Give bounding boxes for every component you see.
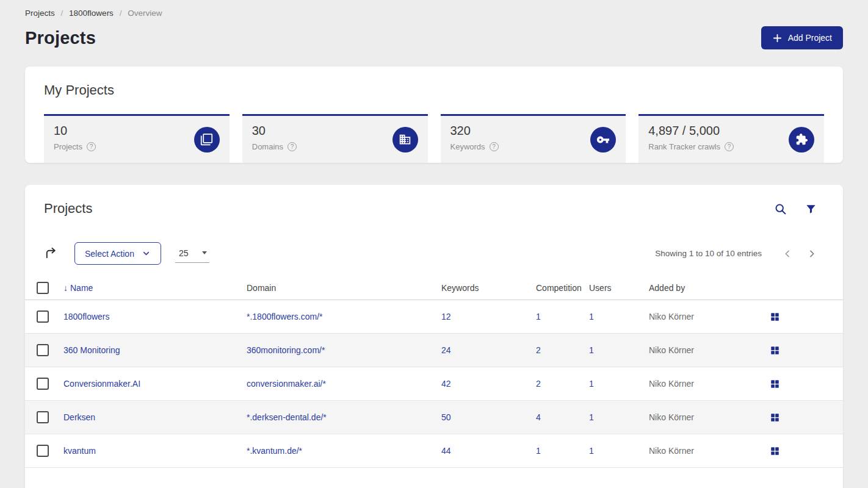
apps-grid-icon[interactable] (770, 447, 779, 456)
projects-table-title: Projects (44, 201, 92, 217)
column-header-users[interactable]: Users (589, 283, 649, 293)
project-domain-link[interactable]: *.derksen-dental.de/* (247, 412, 327, 422)
select-all-checkbox[interactable] (37, 282, 49, 294)
users-count-link[interactable]: 1 (589, 412, 594, 422)
table-row: Derksen *.derksen-dental.de/* 50 4 1 Nik… (25, 401, 843, 434)
projects-card: Projects Select Action 25 (25, 185, 843, 488)
chevron-right-icon[interactable] (800, 245, 824, 262)
project-domain-link[interactable]: conversionmaker.ai/* (247, 379, 326, 389)
keywords-count-link[interactable]: 42 (441, 379, 451, 389)
projects-data-table: Name Domain Keywords Competition Users A… (25, 276, 843, 468)
stat-crawls-label: Rank Tracker crawls (648, 142, 720, 151)
project-name-link[interactable]: 360 Monitoring (63, 345, 120, 355)
project-name-link[interactable]: 1800flowers (63, 312, 110, 321)
table-body: 1800flowers *.1800flowers.com/* 12 1 1 N… (25, 300, 843, 468)
row-checkbox[interactable] (37, 310, 49, 323)
stat-crawls: 4,897 / 5,000 Rank Tracker crawls (638, 114, 824, 163)
table-row: Conversionmaker.AI conversionmaker.ai/* … (25, 367, 843, 401)
page: Projects / 1800flowers / Overview Projec… (0, 0, 868, 488)
competition-count-link[interactable]: 1 (536, 446, 541, 456)
keywords-count-link[interactable]: 24 (441, 345, 451, 355)
caret-down-icon (202, 251, 207, 254)
project-name-link[interactable]: Derksen (63, 412, 95, 422)
keywords-count-link[interactable]: 44 (441, 446, 451, 456)
project-domain-link[interactable]: *.1800flowers.com/* (247, 312, 323, 321)
chevron-left-icon[interactable] (775, 245, 800, 262)
building-icon (392, 127, 418, 152)
copy-icon (194, 127, 220, 152)
column-header-name[interactable]: Name (63, 283, 247, 293)
column-header-competition[interactable]: Competition (536, 283, 589, 293)
stat-keywords-label: Keywords (450, 142, 485, 151)
project-name-link[interactable]: Conversionmaker.AI (63, 379, 140, 389)
row-checkbox[interactable] (37, 445, 49, 457)
row-checkbox[interactable] (37, 344, 49, 356)
project-name-link[interactable]: kvantum (63, 446, 96, 456)
add-project-button[interactable]: Add Project (761, 26, 843, 49)
stats-row: 10 Projects 30 Domains (44, 114, 824, 163)
help-icon[interactable] (288, 142, 297, 151)
help-icon[interactable] (490, 142, 499, 151)
breadcrumb: Projects / 1800flowers / Overview (25, 0, 843, 18)
puzzle-icon (789, 127, 814, 152)
my-projects-card: My Projects 10 Projects 30 Domains (25, 66, 843, 163)
pagination (775, 245, 824, 262)
page-header: Projects Add Project (25, 24, 843, 52)
users-count-link[interactable]: 1 (589, 345, 594, 355)
added-by-text: Niko Körner (649, 345, 770, 355)
table-toolbar: Select Action 25 Showing 1 to 10 of 10 e… (44, 242, 824, 265)
stat-keywords: 320 Keywords (441, 114, 626, 163)
breadcrumb-separator: / (61, 9, 63, 18)
key-icon (590, 127, 616, 152)
keywords-count-link[interactable]: 50 (441, 412, 451, 422)
users-count-link[interactable]: 1 (589, 446, 594, 456)
stat-projects-label: Projects (54, 142, 82, 151)
table-row: 1800flowers *.1800flowers.com/* 12 1 1 N… (25, 300, 843, 334)
help-icon[interactable] (725, 142, 734, 151)
column-header-domain[interactable]: Domain (247, 283, 441, 293)
stat-domains-label: Domains (252, 142, 283, 151)
competition-count-link[interactable]: 2 (536, 379, 541, 389)
chevron-down-icon (142, 249, 151, 258)
stat-domains: 30 Domains (242, 114, 428, 163)
table-row: kvantum *.kvantum.de/* 44 1 1 Niko Körne… (25, 434, 843, 468)
sort-desc-icon (63, 283, 68, 293)
competition-count-link[interactable]: 2 (536, 345, 541, 355)
breadcrumb-1800flowers[interactable]: 1800flowers (69, 9, 114, 18)
page-title: Projects (25, 28, 96, 48)
apps-grid-icon[interactable] (770, 379, 779, 389)
select-action-button[interactable]: Select Action (74, 242, 161, 265)
plus-icon (772, 33, 783, 43)
select-action-label: Select Action (85, 249, 134, 259)
column-header-added-by[interactable]: Added by (649, 283, 770, 293)
help-icon[interactable] (87, 142, 96, 151)
page-size-select[interactable]: 25 (175, 245, 209, 263)
row-checkbox[interactable] (37, 378, 49, 390)
breadcrumb-projects[interactable]: Projects (25, 9, 55, 18)
users-count-link[interactable]: 1 (589, 312, 594, 321)
apps-grid-icon[interactable] (770, 413, 779, 422)
competition-count-link[interactable]: 1 (536, 312, 541, 321)
add-project-label: Add Project (788, 33, 832, 43)
project-domain-link[interactable]: 360monitoring.com/* (247, 345, 325, 355)
filter-icon[interactable] (805, 203, 817, 215)
row-checkbox[interactable] (37, 411, 49, 423)
showing-entries-text: Showing 1 to 10 of 10 entries (655, 249, 762, 258)
export-icon[interactable] (44, 246, 58, 260)
column-header-keywords[interactable]: Keywords (441, 283, 536, 293)
page-size-value: 25 (179, 248, 189, 258)
added-by-text: Niko Körner (649, 446, 770, 456)
added-by-text: Niko Körner (649, 379, 770, 389)
added-by-text: Niko Körner (649, 412, 770, 422)
search-icon[interactable] (774, 203, 787, 215)
competition-count-link[interactable]: 4 (536, 412, 541, 422)
apps-grid-icon[interactable] (770, 346, 779, 355)
stat-projects: 10 Projects (44, 114, 230, 163)
keywords-count-link[interactable]: 12 (441, 312, 451, 321)
apps-grid-icon[interactable] (770, 312, 779, 321)
project-domain-link[interactable]: *.kvantum.de/* (247, 446, 302, 456)
my-projects-title: My Projects (44, 82, 824, 98)
breadcrumb-separator: / (120, 9, 122, 18)
users-count-link[interactable]: 1 (589, 379, 594, 389)
table-header-row: Name Domain Keywords Competition Users A… (25, 276, 843, 300)
